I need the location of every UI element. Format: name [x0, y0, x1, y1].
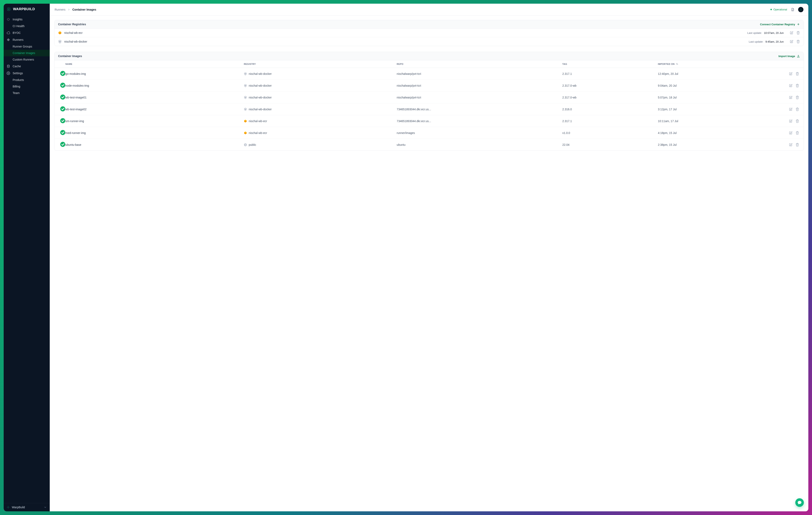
edit-image-button[interactable] — [789, 119, 793, 123]
nav-label: Cache — [12, 65, 21, 68]
delete-image-button[interactable] — [795, 108, 799, 111]
edit-image-button[interactable] — [789, 131, 793, 135]
sort-icon — [676, 63, 678, 65]
docker-provider-icon — [244, 108, 247, 111]
nav-item-byoc[interactable]: BYOC — [4, 29, 50, 36]
edit-image-button[interactable] — [789, 96, 793, 99]
nav-item-container-images[interactable]: Container Images — [4, 50, 50, 56]
delete-image-button[interactable] — [795, 84, 799, 87]
changelog-icon[interactable] — [791, 8, 794, 11]
image-name: node-modules-img — [64, 84, 242, 88]
nav-label: Runner Groups — [12, 45, 32, 48]
image-row[interactable]: wb-test-image02nischal-wb-docker73465189… — [54, 103, 804, 115]
status-pill[interactable]: Operational — [771, 8, 787, 11]
registry-name: nischal-wb-ecr — [64, 31, 83, 34]
nav-item-insights[interactable]: Insights — [4, 16, 50, 23]
images-card: Container Images Import Image NAME REGIS… — [54, 52, 804, 151]
nav-item-runner-groups[interactable]: Runner Groups — [4, 43, 50, 50]
delete-registry-button[interactable] — [796, 31, 800, 35]
nav-item-runners[interactable]: Runners — [4, 36, 50, 43]
nav-item-settings[interactable]: Settings — [4, 70, 50, 77]
nav-item-custom-runners[interactable]: Custom Runners — [4, 56, 50, 63]
svg-line-8 — [7, 10, 8, 10]
edit-image-button[interactable] — [789, 108, 793, 111]
images-table-body: go-modules-imgnischal-wb-dockernischalwa… — [54, 68, 804, 150]
image-name: go-modules-img — [64, 72, 242, 76]
col-registry: REGISTRY — [242, 62, 395, 66]
user-avatar[interactable] — [798, 7, 804, 12]
images-title: Container Images — [58, 54, 82, 58]
connect-registry-button[interactable]: Connect Container Registry — [760, 23, 800, 26]
registries-list: nischal-wb-ecrLast update:10:07am, 20 Ju… — [54, 29, 804, 46]
image-registry: public — [242, 143, 395, 147]
image-row[interactable]: ubuntu-basepublicubuntu22.042:38pm, 15 J… — [54, 139, 804, 150]
edit-registry-button[interactable] — [790, 40, 793, 44]
edit-registry-button[interactable] — [790, 31, 793, 35]
image-registry: nischal-wb-ecr — [242, 119, 395, 123]
warpbuild-mini-icon — [6, 506, 10, 509]
delete-image-button[interactable] — [795, 131, 799, 135]
image-repo: nischalwarp/pvt-tcri — [395, 84, 561, 88]
col-imported[interactable]: IMPORTED ON — [656, 62, 784, 66]
image-imported: 4:18pm, 15 Jul — [656, 131, 784, 135]
sparkle-icon — [6, 18, 10, 21]
docker-provider-icon — [244, 72, 247, 76]
main: Runners Container Images Operational — [50, 4, 808, 511]
svg-point-15 — [7, 65, 9, 66]
nav-label: Products — [12, 78, 24, 82]
database-icon — [6, 64, 10, 68]
edit-image-button[interactable] — [789, 143, 793, 147]
image-registry: nischal-wb-ecr — [242, 131, 395, 135]
registry-row[interactable]: nischal-wb-ecrLast update:10:07am, 20 Ju… — [54, 29, 804, 37]
image-repo: nischalwarp/pvt-tcri — [395, 72, 561, 76]
nav-item-team[interactable]: Team — [4, 90, 50, 96]
image-tag: 2.317.0-wb — [561, 84, 656, 88]
delete-image-button[interactable] — [795, 72, 799, 76]
delete-image-button[interactable] — [795, 96, 799, 99]
image-row[interactable]: node-modules-imgnischal-wb-dockernischal… — [54, 80, 804, 91]
col-tag: TAG — [561, 62, 656, 66]
cpu-icon — [6, 38, 10, 41]
nav-item-billing[interactable]: Billing — [4, 83, 50, 90]
docker-provider-icon — [58, 40, 62, 44]
svg-point-16 — [8, 73, 9, 74]
image-row[interactable]: wb-test-image01nischal-wb-dockernischalw… — [54, 91, 804, 103]
svg-rect-48 — [245, 85, 245, 86]
edit-image-button[interactable] — [789, 84, 793, 87]
import-image-button[interactable]: Import Image — [778, 54, 800, 58]
svg-point-17 — [8, 507, 8, 508]
image-imported: 10:11am, 17 Jul — [656, 119, 784, 123]
edit-image-button[interactable] — [789, 72, 793, 76]
svg-rect-39 — [60, 42, 60, 42]
last-update-label: Last update: — [747, 31, 762, 34]
image-tag: 2.317.1 — [561, 72, 656, 76]
image-row[interactable]: go-modules-imgnischal-wb-dockernischalwa… — [54, 68, 804, 80]
svg-line-30 — [802, 10, 802, 10]
topbar: Runners Container Images Operational — [50, 4, 808, 16]
org-name: WarpBuild — [12, 506, 25, 509]
chat-button[interactable] — [795, 498, 804, 507]
image-row[interactable]: med-runner-imgnischal-wb-ecrrunner/image… — [54, 127, 804, 139]
image-repo: ubuntu — [395, 143, 561, 147]
breadcrumb: Runners Container Images — [55, 8, 96, 11]
registries-card: Container Registries Connect Container R… — [54, 20, 804, 46]
image-name: med-runner-img — [64, 131, 242, 135]
nav-item-cache[interactable]: Cache — [4, 63, 50, 70]
svg-point-0 — [8, 9, 9, 9]
image-tag: 2.317.0-wb — [561, 95, 656, 99]
org-switcher[interactable]: WarpBuild — [4, 503, 50, 511]
nav-item-products[interactable]: Products — [4, 77, 50, 83]
delete-image-button[interactable] — [795, 143, 799, 147]
breadcrumb-parent[interactable]: Runners — [55, 8, 65, 11]
breadcrumb-current: Container Images — [72, 8, 96, 11]
images-table-header: NAME REGISTRY REPO TAG IMPORTED ON — [54, 60, 804, 68]
image-tag: 22.04 — [561, 143, 656, 147]
delete-registry-button[interactable] — [796, 40, 800, 44]
image-name: ubuntu-base — [64, 143, 242, 147]
delete-image-button[interactable] — [795, 119, 799, 123]
registry-row[interactable]: nischal-wb-dockerLast update:9:45am, 20 … — [54, 37, 804, 46]
nav-item-ci-health[interactable]: CI Health — [4, 23, 50, 29]
image-imported: 12:40pm, 20 Jul — [656, 72, 784, 76]
svg-rect-52 — [245, 97, 245, 97]
image-row[interactable]: sm-runner-imgnischal-wb-ecr734651893044.… — [54, 115, 804, 127]
